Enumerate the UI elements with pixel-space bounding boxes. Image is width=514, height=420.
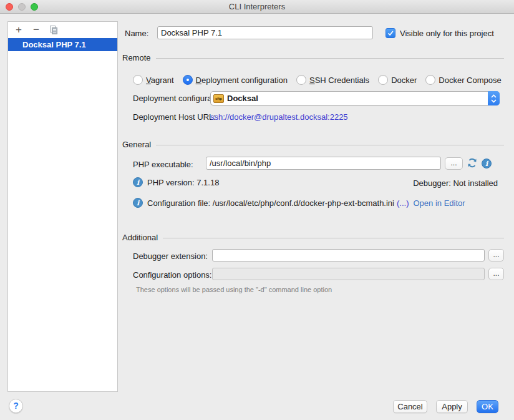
deployment-host-url-link[interactable]: ssh://docker@drupaltest.docksal:2225 bbox=[210, 112, 348, 122]
ok-button[interactable]: OK bbox=[477, 400, 498, 413]
dialog-footer: ? Cancel Apply OK bbox=[0, 393, 514, 420]
radio-selected-icon bbox=[183, 75, 193, 85]
php-version-text: PHP version: 7.1.18 bbox=[147, 178, 219, 187]
check-icon bbox=[387, 29, 394, 37]
info-icon[interactable]: i bbox=[482, 159, 492, 168]
radio-docker-label: Docker bbox=[391, 76, 417, 85]
name-label: Name: bbox=[125, 29, 148, 38]
window-title: CLI Interpreters bbox=[0, 0, 514, 14]
debugger-extension-input[interactable] bbox=[212, 249, 485, 261]
add-interpreter-button[interactable]: + bbox=[13, 24, 24, 36]
interpreters-list-panel: + − Docksal PHP 7.1 bbox=[7, 21, 118, 392]
section-divider bbox=[156, 145, 504, 145]
deployment-host-url-label: Deployment Host URL: bbox=[133, 112, 216, 122]
list-toolbar: + − bbox=[8, 22, 117, 38]
help-button[interactable]: ? bbox=[9, 399, 23, 413]
configuration-options-browse-button[interactable]: ... bbox=[488, 268, 504, 280]
name-input[interactable] bbox=[157, 26, 373, 39]
additional-section-label: Additional bbox=[122, 233, 158, 242]
deployment-configuration-value: Docksal bbox=[227, 94, 258, 103]
php-executable-label: PHP executable: bbox=[133, 160, 193, 169]
reload-phpinfo-icon[interactable] bbox=[467, 157, 478, 170]
general-section-label: General bbox=[122, 140, 151, 149]
debugger-extension-browse-button[interactable]: ... bbox=[488, 249, 504, 261]
radio-circle-icon bbox=[378, 75, 388, 85]
combo-stepper-icon[interactable] bbox=[488, 91, 500, 105]
remote-type-radio-group: Vagrant Deployment configuration SSH Cre… bbox=[133, 74, 514, 86]
visible-project-checkbox[interactable] bbox=[385, 28, 395, 38]
radio-deployment-configuration-label: Deployment configuration bbox=[196, 76, 288, 85]
debugger-status-text: Debugger: Not installed bbox=[413, 178, 498, 188]
titlebar: CLI Interpreters bbox=[0, 0, 514, 14]
cancel-button[interactable]: Cancel bbox=[393, 400, 427, 413]
deployment-configuration-select[interactable]: sftp Docksal bbox=[210, 91, 500, 105]
remote-section-label: Remote bbox=[122, 53, 151, 62]
radio-ssh-credentials[interactable]: SSH Credentials bbox=[296, 75, 369, 85]
radio-circle-icon bbox=[425, 75, 435, 85]
remote-section-header: Remote bbox=[122, 52, 504, 62]
configuration-file-expand-link[interactable]: (...) bbox=[397, 198, 409, 208]
open-in-editor-link[interactable]: Open in Editor bbox=[413, 198, 465, 208]
configuration-options-label: Configuration options: bbox=[133, 270, 211, 280]
radio-vagrant-label: Vagrant bbox=[146, 76, 174, 85]
remove-interpreter-button[interactable]: − bbox=[31, 24, 42, 36]
debugger-extension-label: Debugger extension: bbox=[133, 252, 208, 261]
radio-docker-compose-label: Docker Compose bbox=[439, 76, 501, 85]
apply-button[interactable]: Apply bbox=[436, 400, 468, 413]
radio-circle-icon bbox=[133, 75, 143, 85]
php-executable-input[interactable] bbox=[206, 157, 441, 170]
configuration-file-text: Configuration file: /usr/local/etc/php/c… bbox=[147, 198, 394, 208]
radio-ssh-credentials-label: SSH Credentials bbox=[309, 76, 369, 85]
radio-circle-icon bbox=[296, 75, 306, 85]
configuration-options-input[interactable] bbox=[212, 268, 485, 280]
configuration-options-hint: These options will be passed using the "… bbox=[136, 286, 332, 293]
radio-vagrant[interactable]: Vagrant bbox=[133, 75, 174, 85]
section-divider bbox=[163, 238, 504, 238]
copy-interpreter-icon[interactable] bbox=[48, 24, 59, 36]
radio-deployment-configuration[interactable]: Deployment configuration bbox=[183, 75, 288, 85]
sftp-server-icon: sftp bbox=[213, 94, 224, 103]
cli-interpreters-dialog: CLI Interpreters + − Docksal PHP 7.1 Nam… bbox=[0, 0, 514, 420]
radio-docker-compose[interactable]: Docker Compose bbox=[425, 75, 501, 85]
interpreters-list: Docksal PHP 7.1 bbox=[8, 38, 117, 391]
php-version-row: i PHP version: 7.1.18 bbox=[133, 177, 219, 187]
info-icon: i bbox=[133, 198, 143, 208]
list-item-docksal-php[interactable]: Docksal PHP 7.1 bbox=[8, 38, 117, 51]
visible-project-label: Visible only for this project bbox=[400, 29, 494, 38]
section-divider bbox=[156, 58, 504, 59]
info-icon: i bbox=[133, 177, 143, 187]
additional-section-header: Additional bbox=[122, 232, 504, 242]
php-executable-browse-button[interactable]: ... bbox=[445, 157, 463, 170]
configuration-file-row: i Configuration file: /usr/local/etc/php… bbox=[133, 198, 465, 208]
radio-docker[interactable]: Docker bbox=[378, 75, 417, 85]
general-section-header: General bbox=[122, 139, 504, 149]
